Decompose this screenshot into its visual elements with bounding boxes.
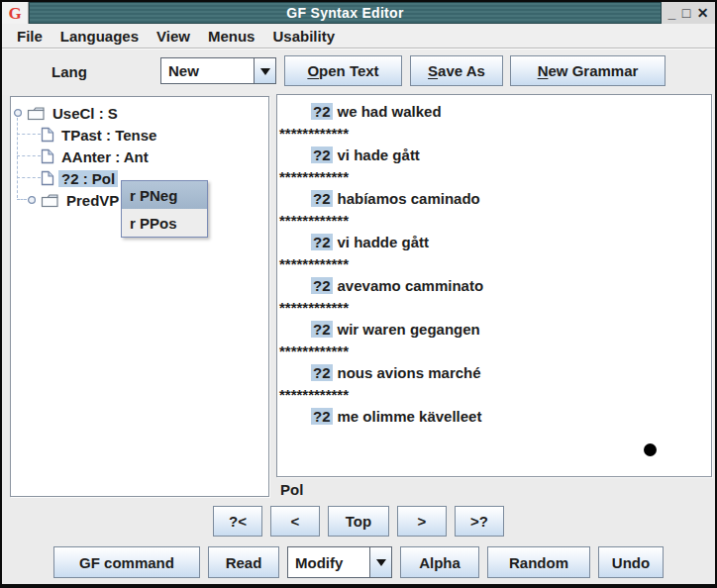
window-title: GF Syntax Editor xyxy=(286,5,403,21)
status-bar: Pol xyxy=(278,478,715,501)
menu-file[interactable]: File xyxy=(8,26,51,47)
prev-metavariable-button[interactable]: ?< xyxy=(213,506,262,537)
new-grammar-button[interactable]: New Grammar xyxy=(510,55,666,86)
tree-expand-handle-icon[interactable] xyxy=(27,195,38,205)
lang-combobox-arrow[interactable] xyxy=(254,58,275,83)
app-window: G GF Syntax Editor _ □ ✕ File Languages … xyxy=(0,0,717,588)
tree-node-predvp[interactable]: PredVP xyxy=(27,190,122,210)
menu-languages[interactable]: Languages xyxy=(51,26,148,47)
titlebar: G GF Syntax Editor _ □ ✕ xyxy=(2,2,715,24)
titlebar-drag-area[interactable]: GF Syntax Editor xyxy=(29,2,662,24)
linearization-line-finnish: ?2me olimme kävelleet xyxy=(277,406,711,428)
metavariable-token[interactable]: ?2 xyxy=(311,364,333,381)
metavariable-token[interactable]: ?2 xyxy=(311,103,333,120)
tree-connector xyxy=(17,177,41,178)
tree-node-usecl[interactable]: UseCl : S xyxy=(13,103,121,123)
alpha-button[interactable]: Alpha xyxy=(400,546,479,578)
open-text-button[interactable]: Open Text xyxy=(284,55,402,86)
tree-node-label[interactable]: AAnter : Ant xyxy=(58,148,152,165)
linearization-panel[interactable]: ?2we had walked ************ ?2vi hade g… xyxy=(276,94,712,477)
tree-node-label-selected[interactable]: ?2 : Pol xyxy=(58,170,118,187)
separator-line: ************ xyxy=(277,384,711,406)
tree-node-aanter[interactable]: AAnter : Ant xyxy=(41,147,152,166)
next-node-button[interactable]: > xyxy=(397,506,447,537)
metavariable-token[interactable]: ?2 xyxy=(311,234,333,250)
cursor-dot xyxy=(644,443,657,456)
top-button[interactable]: Top xyxy=(328,506,389,537)
refine-popup-menu: r PNeg r PPos xyxy=(121,180,208,238)
tree-node-label[interactable]: TPast : Tense xyxy=(58,127,159,144)
chevron-down-icon xyxy=(260,68,270,80)
minimize-icon[interactable]: _ xyxy=(668,3,676,23)
separator-line: ************ xyxy=(277,253,711,275)
maximize-icon[interactable]: □ xyxy=(682,3,690,23)
metavariable-token[interactable]: ?2 xyxy=(311,277,333,294)
popup-item-ppos[interactable]: r PPos xyxy=(122,209,207,237)
linearization-line-english: ?2we had walked xyxy=(277,101,711,123)
lang-combobox-value: New xyxy=(161,58,254,83)
document-icon xyxy=(41,170,54,186)
tree-expand-handle-icon[interactable] xyxy=(13,108,24,118)
menu-view[interactable]: View xyxy=(148,26,199,47)
modify-combobox[interactable]: Modify xyxy=(287,546,392,578)
chevron-down-icon xyxy=(376,559,386,571)
read-button[interactable]: Read xyxy=(208,546,279,578)
linearization-line-italian: ?2avevamo camminato xyxy=(277,275,711,297)
linearization-line-swedish: ?2vi hade gått xyxy=(277,145,711,166)
action-row: GF command Read Modify Alpha Random Undo xyxy=(2,546,715,578)
status-text: Pol xyxy=(280,481,303,498)
tree-node-label[interactable]: UseCl : S xyxy=(50,105,121,122)
document-icon xyxy=(41,148,54,164)
separator-line: ************ xyxy=(277,123,711,145)
menu-usability[interactable]: Usability xyxy=(263,26,344,47)
separator-line: ************ xyxy=(277,341,711,362)
lang-combobox[interactable]: New xyxy=(160,57,276,84)
save-as-button[interactable]: Save As xyxy=(410,55,503,86)
separator-line: ************ xyxy=(277,297,711,319)
tree-node-q2-pol[interactable]: ?2 : Pol xyxy=(41,168,118,188)
next-metavariable-button[interactable]: >? xyxy=(455,506,504,537)
gf-command-button[interactable]: GF command xyxy=(53,546,200,578)
window-controls: _ □ ✕ xyxy=(662,2,715,24)
tree-connector xyxy=(17,155,41,156)
syntax-tree-panel: UseCl : S TPast : Tense AAnter : Ant ?2 … xyxy=(10,96,269,497)
linearization-line-norwegian: ?2vi hadde gått xyxy=(277,232,711,253)
metavariable-token[interactable]: ?2 xyxy=(311,321,333,338)
lang-label: Lang xyxy=(51,48,87,95)
modify-combobox-value: Modify xyxy=(288,547,369,577)
separator-line: ************ xyxy=(277,166,711,188)
random-button[interactable]: Random xyxy=(487,546,590,578)
tree-connector xyxy=(17,199,27,200)
linearization-line-spanish: ?2habíamos caminado xyxy=(277,188,711,210)
undo-button[interactable]: Undo xyxy=(598,546,664,578)
tree-node-tpast[interactable]: TPast : Tense xyxy=(41,125,159,145)
separator-line: ************ xyxy=(277,210,711,232)
navigation-row: ?< < Top > >? xyxy=(2,506,715,537)
linearization-line-german: ?2wir waren gegangen xyxy=(277,319,711,341)
folder-icon xyxy=(41,193,59,208)
metavariable-token[interactable]: ?2 xyxy=(311,408,333,425)
modify-combobox-arrow[interactable] xyxy=(369,547,391,577)
metavariable-token[interactable]: ?2 xyxy=(311,190,333,207)
metavariable-token[interactable]: ?2 xyxy=(311,147,333,163)
popup-item-pneg[interactable]: r PNeg xyxy=(122,181,207,209)
toolbar: Lang New Open Text Save As New Grammar xyxy=(2,48,715,95)
tree-node-label[interactable]: PredVP xyxy=(63,192,122,209)
close-icon[interactable]: ✕ xyxy=(697,3,709,23)
app-logo: G xyxy=(2,2,29,24)
linearization-line-french: ?2nous avions marché xyxy=(277,362,711,384)
menubar: File Languages View Menus Usability xyxy=(2,24,715,48)
folder-icon xyxy=(27,106,46,121)
gf-logo-icon: G xyxy=(8,5,21,22)
tree-connector xyxy=(17,134,41,135)
menu-menus[interactable]: Menus xyxy=(199,26,264,47)
prev-node-button[interactable]: < xyxy=(270,506,320,537)
document-icon xyxy=(41,127,54,143)
